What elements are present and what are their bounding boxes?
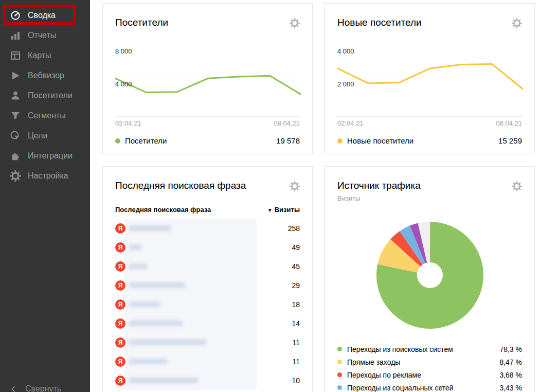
- yandex-favicon: Я: [115, 223, 125, 234]
- visits-value: 11: [292, 358, 300, 366]
- last-search-phrase-card: Последняя поисковая фраза Последняя поис…: [102, 166, 313, 392]
- sidebar-item-reports[interactable]: Отчеты: [0, 25, 90, 45]
- blurred-phrase-link[interactable]: [129, 244, 141, 250]
- table-row: Я45: [115, 257, 300, 276]
- legend-dot: [337, 347, 342, 351]
- visits-value: 29: [292, 281, 300, 290]
- sidebar-item-webvisor[interactable]: Вебвизор: [0, 65, 90, 85]
- blurred-phrase-link[interactable]: [129, 301, 160, 307]
- table-row: Я11: [115, 333, 300, 352]
- legend-total-value: 19 578: [276, 136, 300, 145]
- play-icon: [10, 70, 21, 81]
- pie-legend-item[interactable]: Переходы из социальных сетей3,43 %: [337, 381, 522, 392]
- sidebar-item-label: Интеграции: [28, 151, 73, 161]
- table-column-header-visits: Визиты: [275, 206, 300, 213]
- yandex-favicon: Я: [115, 261, 125, 272]
- card-title: Последняя поисковая фраза: [115, 180, 246, 191]
- visitors-card: Посетители 8 000 4 000 02.04.21 08.04.21…: [102, 3, 313, 154]
- blurred-phrase-link[interactable]: [129, 359, 167, 364]
- legend-label: Посетители: [125, 136, 167, 145]
- gauge-icon: [10, 10, 21, 21]
- visits-value: 49: [292, 243, 300, 252]
- yandex-favicon: Я: [115, 357, 125, 367]
- bar-chart-icon: [10, 30, 21, 41]
- widget-settings-gear-icon[interactable]: [290, 18, 300, 28]
- yandex-favicon: Я: [115, 318, 125, 329]
- yandex-favicon: Я: [115, 242, 125, 253]
- pie-legend-label: Переходы из поисковых систем: [347, 345, 453, 353]
- pie-legend-label: Переходы из социальных сетей: [347, 384, 454, 392]
- blurred-phrase-link[interactable]: [129, 378, 198, 383]
- sidebar-item-label: Цели: [28, 131, 47, 140]
- pie-legend-value: 78,3 %: [499, 345, 522, 353]
- yandex-favicon: Я: [115, 299, 125, 310]
- sidebar-item-label: Сводка: [28, 11, 56, 20]
- sidebar-item-visitors[interactable]: Посетители: [0, 85, 90, 105]
- blurred-phrase-link[interactable]: [129, 320, 183, 326]
- widget-settings-gear-icon[interactable]: [290, 181, 300, 191]
- sidebar-item-label: Сегменты: [28, 111, 66, 120]
- new-visitors-line-chart: [337, 43, 523, 118]
- traffic-source-card: Источник трафика Визиты Переходы из поис…: [324, 166, 535, 392]
- traffic-source-pie-chart: [374, 220, 485, 331]
- puzzle-icon: [10, 150, 21, 162]
- pie-legend-label: Прямые заходы: [347, 358, 400, 366]
- widget-settings-gear-icon[interactable]: [512, 181, 522, 191]
- pie-legend-label: Переходы по рекламе: [347, 371, 421, 379]
- pie-metric-subtitle: Визиты: [337, 194, 522, 202]
- legend-label: Новые посетители: [347, 136, 413, 145]
- card-title: Источник трафика: [337, 180, 421, 191]
- widget-settings-gear-icon[interactable]: [512, 18, 522, 28]
- chart-legend-item[interactable]: Новые посетители 15 259: [337, 136, 522, 145]
- sidebar: СводкаОтчетыКартыВебвизорПосетителиСегме…: [0, 0, 90, 392]
- dashboard: Посетители 8 000 4 000 02.04.21 08.04.21…: [90, 0, 541, 392]
- pie-legend-value: 8,47 %: [499, 358, 522, 366]
- sidebar-item-label: Карты: [28, 51, 51, 60]
- table-row: Я49: [115, 238, 300, 257]
- sidebar-collapse-label: Свернуть: [25, 384, 61, 392]
- legend-dot: [337, 385, 342, 390]
- table-row: Я18: [115, 295, 300, 314]
- sidebar-item-goals[interactable]: Цели: [0, 126, 90, 146]
- sidebar-item-segments[interactable]: Сегменты: [0, 105, 90, 126]
- blurred-phrase-link[interactable]: [129, 282, 186, 288]
- sidebar-item-label: Отчеты: [28, 31, 56, 40]
- search-phrase-rows: Я258Я49Я45Я29Я18Я14Я11Я11Я10: [115, 219, 300, 390]
- pie-legend-item[interactable]: Переходы по рекламе3,68 %: [337, 368, 522, 381]
- table-row: Я258: [115, 219, 300, 238]
- person-icon: [10, 90, 21, 101]
- pie-legend-item[interactable]: Прямые заходы8,47 %: [337, 355, 522, 368]
- layout-icon: [10, 50, 21, 61]
- visits-value: 10: [292, 377, 300, 385]
- chart-legend-item[interactable]: Посетители 19 578: [115, 136, 300, 145]
- funnel-icon: [10, 110, 21, 121]
- visits-sort-header[interactable]: ▼Визиты: [267, 206, 300, 213]
- y-axis-tick-label: 2 000: [337, 80, 354, 88]
- sidebar-item-summary[interactable]: Сводка: [0, 5, 90, 25]
- sidebar-item-label: Вебвизор: [28, 71, 64, 80]
- visits-value: 14: [292, 319, 300, 328]
- sidebar-item-integrations[interactable]: Интеграции: [0, 146, 90, 166]
- sidebar-item-label: Посетители: [28, 91, 73, 100]
- legend-total-value: 15 259: [498, 136, 522, 145]
- legend-dot: [337, 138, 342, 144]
- sidebar-collapse-button[interactable]: Свернуть: [10, 384, 61, 392]
- sidebar-item-maps[interactable]: Карты: [0, 45, 90, 65]
- blurred-phrase-link[interactable]: [129, 263, 148, 269]
- pie-legend-item[interactable]: Переходы из поисковых систем78,3 %: [337, 343, 522, 355]
- table-row: Я14: [115, 314, 300, 333]
- blurred-phrase-link[interactable]: [129, 225, 171, 231]
- blurred-phrase-link[interactable]: [129, 340, 206, 345]
- gear-icon: [10, 170, 21, 182]
- chevron-left-icon: [10, 385, 17, 392]
- sidebar-item-settings[interactable]: Настройка: [0, 166, 90, 186]
- legend-dot: [337, 360, 342, 364]
- visits-value: 258: [288, 224, 300, 233]
- y-axis-tick-label: 4 000: [337, 47, 354, 55]
- table-row: Я29: [115, 276, 300, 295]
- sort-desc-icon: ▼: [267, 207, 273, 213]
- sidebar-item-label: Настройка: [28, 171, 68, 181]
- visits-value: 18: [292, 300, 300, 309]
- visits-value: 11: [292, 338, 300, 347]
- x-axis-date-end: 08.04.21: [496, 119, 522, 127]
